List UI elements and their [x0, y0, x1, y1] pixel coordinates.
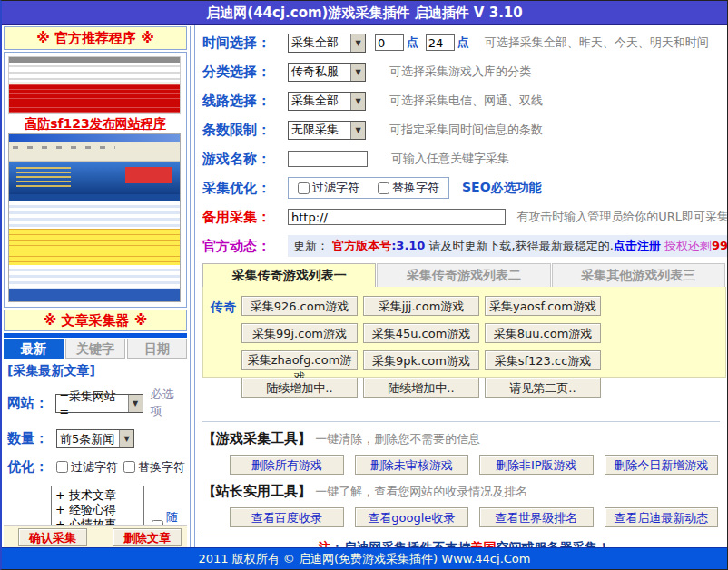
check-news-button[interactable]: 查看启迪最新动态	[605, 507, 719, 527]
promo-panel: 高防sf123发布网站程序	[4, 52, 187, 308]
delete-all-games-button[interactable]: 删除所有游戏	[230, 455, 344, 475]
filter-chars-label: 过滤字符	[71, 459, 118, 476]
limit-row: 条数限制： 无限采集 ▼ 可指定采集同时间信息的条数	[202, 118, 728, 142]
category-select-row: 分类选择： 传奇私服 ▼ 可选择采集游戏入库的分类	[202, 60, 728, 84]
backup-row: 备用采集： 有攻击时输入管理员给你的URL即可采集	[202, 205, 728, 229]
game-name-input[interactable]	[288, 151, 368, 167]
game-name-hint: 可输入任意关键字采集	[391, 151, 509, 167]
limit-select-value: 无限采集	[289, 122, 350, 138]
thumbnail-link-grid	[9, 63, 180, 83]
hour-label: 点	[457, 34, 469, 51]
site-highlight-rows	[9, 229, 180, 265]
delete-non-ip-games-button[interactable]: 删除非IP版游戏	[479, 455, 594, 475]
optimize-row: 优化： 过滤字符 替换字符	[7, 458, 185, 476]
collect-game-button[interactable]: 陆续增加中..	[241, 378, 358, 398]
promo-section-header: ※ 官方推荐程序 ※	[4, 26, 187, 50]
dropdown-arrow-icon: ▼	[350, 122, 365, 139]
site-label: 网站：	[7, 395, 55, 412]
count-row: 数量： 前5条新闻 ▼	[7, 429, 185, 448]
time-label: 时间选择：	[202, 34, 288, 52]
replace-chars-checkbox[interactable]	[123, 461, 135, 473]
dropdown-arrow-icon: ▼	[119, 430, 133, 447]
news-update: 更新：	[293, 239, 332, 252]
site-row: 网站： =采集网站= ▼ 必选项	[7, 387, 185, 419]
limit-select[interactable]: 无限采集 ▼	[288, 121, 366, 140]
line-row: 线路选择： 采集全部 ▼ 可选择采集电信、网通、双线	[202, 89, 728, 113]
filter-chars-checkbox[interactable]	[56, 461, 68, 473]
dropdown-arrow-icon: ▼	[350, 93, 365, 110]
site-select[interactable]: =采集网站= ▼	[55, 394, 143, 413]
filter-chars-label: 过滤字符	[312, 180, 359, 196]
site-banner	[9, 162, 180, 194]
webmaster-tools-title: 【站长实用工具】 一键了解，查看您网站的收录情况及排名	[202, 483, 728, 500]
site-required-hint: 必选项	[151, 387, 185, 419]
legend-label: 传奇	[211, 300, 236, 316]
line-select[interactable]: 采集全部 ▼	[288, 92, 366, 111]
collect-game-button[interactable]: 采集yaosf.com游戏	[485, 296, 601, 316]
collect-game-button[interactable]: 采集zhaofg.com游戏	[241, 350, 358, 370]
article-collect-form: [采集最新文章] 网站： =采集网站= ▼ 必选项 数量： 前5条新闻 ▼ 优化…	[4, 359, 187, 526]
time-from-input[interactable]	[375, 34, 404, 51]
time-to-input[interactable]	[426, 34, 455, 51]
tab-game-list-3[interactable]: 采集其他游戏列表三	[552, 263, 725, 287]
window-title: 启迪网(44cj.com)游戏采集插件 启迪插件 V 3.10	[2, 1, 727, 25]
promo-link[interactable]: 高防sf123发布网站程序	[8, 114, 182, 133]
check-google-button[interactable]: 查看google收录	[355, 507, 469, 527]
collect-game-button[interactable]: 采集45u.com游戏	[363, 323, 479, 343]
browser-toolbar	[9, 152, 180, 162]
hour-label: 点	[407, 34, 418, 51]
tab-date[interactable]: 日期	[127, 339, 187, 359]
check-rank-button[interactable]: 查看世界级排名	[479, 507, 594, 527]
seo-hint: SEO必选功能	[462, 180, 542, 196]
replace-chars-checkbox[interactable]	[378, 182, 389, 194]
filter-chars-checkbox[interactable]	[298, 182, 310, 194]
tab-keyword[interactable]: 关键字	[65, 339, 125, 359]
category-option[interactable]: + 经验心得	[55, 503, 140, 517]
tab-game-list-2[interactable]: 采集传奇游戏列表二	[377, 263, 550, 287]
sidebar-actions: 确认采集 删除文章	[4, 525, 187, 549]
category-hint: 可选择采集游戏入库的分类	[389, 64, 531, 80]
time-select-value: 采集全部	[289, 34, 350, 51]
register-link[interactable]: 点击注册	[614, 239, 661, 252]
check-baidu-button[interactable]: 查看百度收录	[230, 507, 344, 527]
tab-latest[interactable]: 最新	[4, 339, 64, 359]
collect-game-button[interactable]: 请见第二页..	[485, 378, 601, 398]
time-row: 时间选择： 采集全部 ▼ 点 - 点 可选择采集全部、昨天、今天、明天和时间	[202, 31, 728, 54]
collect-game-button[interactable]: 采集9pk.com游戏	[363, 350, 479, 370]
collect-game-button[interactable]: 陆续增加中..	[363, 378, 479, 398]
count-select[interactable]: 前5条新闻 ▼	[56, 429, 134, 448]
time-select[interactable]: 采集全部 ▼	[288, 34, 366, 53]
game-name-row: 游戏名称： 可输入任意关键字采集	[202, 147, 728, 171]
game-buttons-panel: 传奇 采集926.com游戏 采集jjj.com游戏 采集yaosf.com游戏…	[202, 287, 726, 378]
collect-game-button[interactable]: 采集8uu.com游戏	[485, 323, 601, 343]
promo-site-thumbnail[interactable]	[8, 56, 181, 114]
delete-unreviewed-games-button[interactable]: 删除未审核游戏	[355, 455, 469, 475]
delete-article-button[interactable]: 删除文章	[113, 528, 182, 546]
collect-game-button[interactable]: 采集sf123.cc游戏	[485, 350, 601, 370]
site-table-rows	[9, 201, 180, 229]
backup-url-input[interactable]	[288, 209, 506, 225]
collect-game-button[interactable]: 采集926.com游戏	[241, 296, 358, 316]
backup-hint: 有攻击时输入管理员给你的URL即可采集	[516, 209, 728, 225]
confirm-collect-button[interactable]: 确认采集	[18, 528, 87, 546]
game-tools-heading: 【游戏采集工具】	[202, 430, 311, 447]
browser-titlebar	[9, 134, 180, 142]
column-separator	[190, 26, 191, 547]
category-select[interactable]: 传奇私服 ▼	[288, 63, 366, 82]
count-label: 数量：	[7, 430, 56, 447]
category-option[interactable]: + 技术文章	[55, 488, 140, 503]
section-divider	[202, 421, 720, 422]
backup-label: 备用采集：	[202, 209, 288, 226]
article-site-thumbnail[interactable]	[8, 133, 181, 302]
delete-today-games-button[interactable]: 删除今日新增游戏	[605, 455, 719, 475]
collect-optimize-label: 采集优化：	[202, 180, 288, 197]
site-table-header	[9, 194, 180, 201]
sidebar: ※ 官方推荐程序 ※ 高防sf123发布网站程序 ※ 文章采	[4, 26, 187, 549]
collect-game-button[interactable]: 采集99j.com游戏	[241, 323, 358, 343]
webmaster-tools-heading: 【站长实用工具】	[202, 483, 311, 499]
optimize-options-group: 过滤字符 替换字符	[288, 177, 449, 199]
app-window: 启迪网(44cj.com)游戏采集插件 启迪插件 V 3.10 ※ 官方推荐程序…	[0, 0, 728, 570]
sidebar-tab-bar: 最新 关键字 日期	[4, 339, 187, 359]
tab-game-list-1[interactable]: 采集传奇游戏列表一	[202, 263, 376, 287]
collect-game-button[interactable]: 采集jjj.com游戏	[363, 296, 479, 316]
